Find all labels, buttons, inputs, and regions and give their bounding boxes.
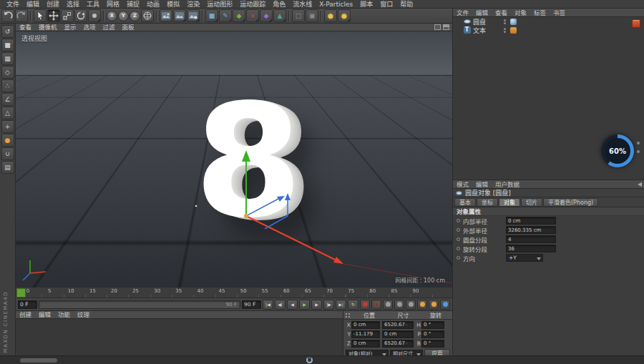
display-mode-b-icon[interactable]: ▣: [306, 9, 318, 22]
cube-primitive-icon[interactable]: ■: [205, 9, 218, 22]
material-menu-item[interactable]: 功能: [54, 311, 74, 319]
rotation-b-input[interactable]: [421, 340, 444, 348]
palette-tool-icon[interactable]: ■: [1, 39, 14, 51]
menu-item[interactable]: 选择: [63, 0, 83, 9]
live-selection-icon[interactable]: [34, 9, 47, 22]
rotation-p-input[interactable]: [421, 330, 444, 338]
viewport-menu-item[interactable]: 显示: [61, 24, 80, 31]
spline-pen-icon[interactable]: ✎: [219, 9, 232, 22]
visibility-dots-icon[interactable]: [504, 28, 506, 33]
orange-tag-icon[interactable]: [510, 27, 517, 34]
object-row-text[interactable]: T 文本: [453, 26, 644, 34]
palette-tool-icon[interactable]: ∪: [1, 147, 14, 160]
x-axis-lock-icon[interactable]: X: [107, 11, 117, 21]
goto-start-button[interactable]: |◀: [263, 300, 273, 310]
history-back-icon[interactable]: [638, 182, 642, 187]
attribute-tab[interactable]: 切片: [521, 198, 542, 207]
mograph-icon[interactable]: ◆: [233, 9, 245, 22]
menu-item[interactable]: X-Particles: [316, 0, 356, 9]
record-scale-button[interactable]: [394, 300, 404, 310]
object-manager-menu-item[interactable]: 编辑: [472, 9, 492, 17]
attribute-tab[interactable]: 基本: [454, 198, 476, 207]
last-tool-icon[interactable]: [88, 9, 101, 22]
z-axis-lock-icon[interactable]: Z: [130, 11, 140, 21]
viewport-menu-item[interactable]: 过滤: [99, 24, 119, 31]
material-list-area[interactable]: [16, 319, 343, 355]
render-view-icon[interactable]: [160, 9, 172, 22]
prev-key-button[interactable]: ◀|: [275, 300, 286, 310]
object-manager-menu-item[interactable]: 查看: [492, 9, 511, 17]
menu-item[interactable]: 角色: [269, 0, 289, 9]
palette-tool-icon[interactable]: ◇: [1, 66, 14, 79]
outer-radius-input[interactable]: [506, 226, 556, 234]
attribute-menu-item[interactable]: 编辑: [472, 180, 492, 189]
rotation-h-input[interactable]: [421, 321, 444, 329]
attribute-tab[interactable]: 平滑着色(Phong): [543, 198, 598, 207]
visibility-dots-icon[interactable]: [504, 19, 506, 24]
next-key-button[interactable]: |▶: [323, 300, 334, 310]
position-y-input[interactable]: [351, 330, 380, 338]
record-keyframe-button[interactable]: [360, 300, 370, 310]
palette-tool-icon[interactable]: ∠: [1, 93, 14, 106]
menu-item[interactable]: 捕捉: [123, 0, 143, 9]
attribute-menu-item[interactable]: 模式: [453, 180, 472, 189]
loop-button[interactable]: ↻: [348, 300, 358, 310]
menu-item[interactable]: 运动跟踪: [236, 0, 269, 9]
keyframe-circle-icon[interactable]: [457, 219, 460, 222]
palette-tool-icon[interactable]: △: [1, 107, 14, 119]
material-menu-item[interactable]: 编辑: [35, 311, 54, 319]
size-z-input[interactable]: [382, 340, 414, 348]
autokeying-button[interactable]: [371, 300, 381, 310]
y-axis-arrowhead[interactable]: [242, 150, 250, 162]
object-row-disc[interactable]: 圆盘: [453, 17, 644, 26]
prev-frame-button[interactable]: ◀: [287, 300, 298, 310]
size-x-input[interactable]: [382, 321, 414, 329]
menu-item[interactable]: 编辑: [23, 0, 43, 9]
viewport-canvas[interactable]: 8 透视视图 网格间距 : 100 cm: [16, 31, 452, 287]
position-z-input[interactable]: [351, 340, 380, 348]
menu-item[interactable]: 帮助: [396, 0, 416, 9]
viewport-menu-item[interactable]: 查看: [16, 24, 35, 31]
position-x-input[interactable]: [351, 321, 380, 329]
inner-radius-input[interactable]: [506, 217, 556, 225]
menu-item[interactable]: 窗口: [376, 0, 396, 9]
palette-tool-icon[interactable]: ↺: [1, 25, 14, 38]
material-menu-item[interactable]: 纹理: [74, 311, 93, 319]
display-mode-a-icon[interactable]: □: [292, 9, 305, 22]
orientation-dropdown[interactable]: +Y: [506, 254, 543, 262]
play-button[interactable]: ▶: [299, 300, 310, 310]
viewport-menu-item[interactable]: 面板: [119, 24, 138, 31]
object-manager-menu-item[interactable]: 标签: [530, 9, 550, 17]
keyframe-selection-button[interactable]: [429, 300, 439, 310]
attribute-menu-item[interactable]: 用户数据: [492, 180, 523, 189]
menu-item[interactable]: 运动图形: [203, 0, 236, 9]
object-manager-menu-item[interactable]: 文件: [453, 9, 472, 17]
keyframe-circle-icon[interactable]: [457, 228, 460, 232]
undo-icon[interactable]: [1, 9, 14, 22]
end-frame-input[interactable]: [242, 300, 261, 309]
palette-tool-icon[interactable]: ∴: [1, 79, 14, 92]
x-axis-arrowhead[interactable]: [333, 257, 343, 264]
menu-item[interactable]: 渲染: [183, 0, 203, 9]
om-filter-icon[interactable]: [632, 19, 640, 28]
palette-tool-icon[interactable]: +: [1, 120, 14, 133]
palette-tool-icon[interactable]: ▤: [1, 161, 14, 174]
disc-segments-input[interactable]: [506, 235, 556, 243]
record-rotation-button[interactable]: [406, 300, 416, 310]
render-picture-viewer-icon[interactable]: [173, 9, 186, 22]
object-manager-menu-item[interactable]: 对象: [511, 9, 530, 17]
palette-tool-icon[interactable]: ▦: [1, 52, 14, 65]
phong-tag-icon[interactable]: [510, 19, 517, 25]
menu-item[interactable]: 流水线: [289, 0, 316, 9]
x-axis-handle[interactable]: [246, 216, 335, 260]
menu-item[interactable]: 动画: [143, 0, 163, 9]
keyframe-circle-icon[interactable]: [457, 237, 460, 241]
object-manager-menu-item[interactable]: 书签: [550, 9, 569, 17]
gizmo-origin[interactable]: [244, 214, 248, 218]
redo-icon[interactable]: [15, 9, 28, 22]
move-tool-icon[interactable]: [47, 9, 60, 22]
menu-item[interactable]: 工具: [83, 0, 103, 9]
deformer-icon[interactable]: ◆: [260, 9, 273, 22]
record-position-button[interactable]: [383, 300, 393, 310]
material-menu-item[interactable]: 创建: [16, 311, 35, 319]
